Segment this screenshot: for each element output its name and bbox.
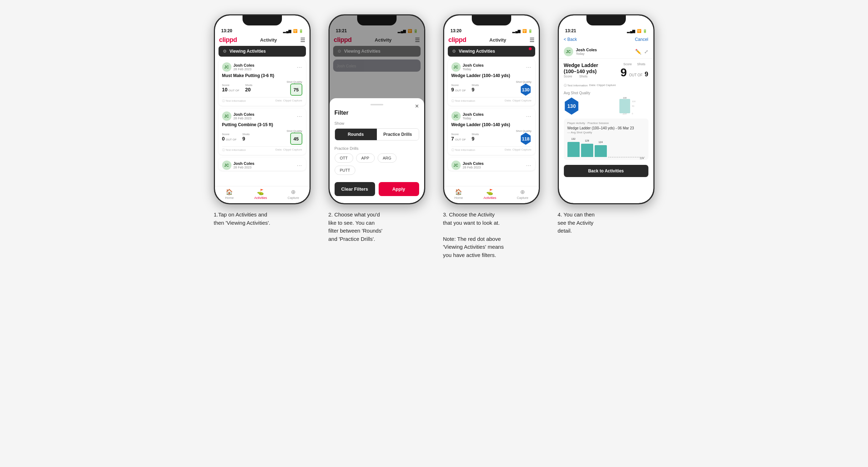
logo-3: clippd	[449, 36, 466, 44]
mini-chart-4: 130 100 50 0 APP	[583, 97, 648, 115]
svg-text:50: 50	[632, 105, 634, 107]
phone-1-screen: 13:20 ▂▄▆ 🛜 🔋 clippd Activity ☰	[215, 15, 310, 203]
expand-icon-4[interactable]: ⤢	[644, 49, 648, 54]
phone-3-frame: 13:20 ▂▄▆ 🛜 🔋 clippd Activity ☰	[443, 14, 540, 204]
more-icon-1-3[interactable]: ···	[297, 162, 302, 168]
bar-val-1-4: 132	[571, 138, 576, 140]
phone-4-notch	[586, 15, 626, 25]
more-icon-3-2[interactable]: ···	[526, 113, 532, 119]
activity-bar-label-3: Viewing Activities	[459, 49, 495, 54]
filter-title-2: Filter	[335, 110, 419, 116]
hamburger-icon-3[interactable]: ☰	[529, 37, 534, 43]
detail-score-label-4: Score Shots	[564, 75, 598, 78]
nav-capture-label-1: Capture	[288, 196, 299, 200]
activity-card-1-1[interactable]: JC Josh Coles 28 Feb 2023 ··· Must Make …	[219, 59, 306, 106]
card-user-3-1: JC Josh Coles Today	[451, 62, 484, 72]
activity-card-1-2[interactable]: JC Josh Coles 28 Feb 2023 ··· Putting Co…	[219, 109, 306, 155]
footer-right-1-2: Data: Clippd Capture	[275, 148, 302, 152]
user-name-3-3: Josh Coles	[463, 161, 484, 166]
pa-subtitle-4: Player Activity · Practice Session	[567, 121, 645, 125]
logo-1: clippd	[219, 36, 237, 44]
score-value-3-1: 9	[451, 87, 454, 92]
clear-filters-btn[interactable]: Clear Filters	[335, 182, 375, 196]
detail-user-row-4: JC Josh Coles Today ✏️ ⤢	[559, 45, 653, 59]
chip-app[interactable]: APP	[356, 153, 375, 163]
status-bar-1: 13:20 ▂▄▆ 🛜 🔋	[215, 25, 310, 35]
activity-bar-1[interactable]: ⚙ Viewing Activities	[219, 46, 306, 57]
chip-putt[interactable]: PUTT	[335, 166, 356, 175]
avatar-1-1: JC	[222, 62, 231, 72]
hex-badge-4: 130	[564, 97, 580, 115]
detail-total-4: 9	[644, 71, 648, 78]
phone-3-screen: 13:20 ▂▄▆ 🛜 🔋 clippd Activity ☰	[444, 15, 539, 203]
activities-icon-1: ⛳	[257, 189, 264, 195]
footer-right-3-2: Data: Clippd Capture	[505, 148, 532, 152]
card-footer-3-2: ⓘ Test Information Data: Clippd Capture	[451, 146, 532, 152]
outof-3-2: OUT OF	[455, 138, 466, 141]
activity-card-3-2[interactable]: JC Josh Coles Today ··· Wedge Ladder (10…	[448, 109, 535, 155]
filter-close-btn[interactable]: ✕	[415, 103, 419, 109]
more-icon-1-1[interactable]: ···	[297, 64, 302, 70]
filter-buttons-2: Clear Filters Apply	[335, 182, 419, 196]
back-btn-4[interactable]: < Back	[564, 37, 577, 42]
avatar-1-2: JC	[222, 111, 231, 121]
phone-3-col: 13:20 ▂▄▆ 🛜 🔋 clippd Activity ☰	[440, 14, 543, 259]
outof-1-2: OUT OF	[226, 138, 236, 141]
chip-arg[interactable]: ARG	[378, 153, 397, 163]
player-activity-section-4: Player Activity · Practice Session Wedge…	[564, 119, 648, 160]
shots-value-1-2: 9	[242, 136, 245, 142]
phone-2-col: 13:21 ▂▄▆ 🛜 🔋 clippd Activity ☰	[325, 14, 429, 243]
shot-quality-3-1: 130	[520, 84, 532, 96]
nav-capture-1[interactable]: ⊕ Capture	[288, 189, 299, 200]
filter-sheet-2: ✕ Filter Show Rounds Practice Drills Pra…	[330, 98, 424, 203]
card-footer-3-1: ⓘ Test Information Data: Clippd Capture	[451, 97, 532, 103]
more-icon-1-2[interactable]: ···	[297, 113, 302, 119]
nav-home-3[interactable]: 🏠 Home	[454, 189, 463, 200]
shots-label-3-1: Shots	[471, 84, 479, 87]
pa-drill-sub-4: --- Avg Shot Quality	[567, 131, 645, 134]
user-date-3-1: Today	[463, 67, 484, 71]
shot-quality-1-2: 45	[290, 133, 302, 145]
phone-1-col: 13:20 ▂▄▆ 🛜 🔋 clippd Activity ☰	[210, 14, 314, 227]
home-icon-3: 🏠	[455, 189, 462, 195]
apply-btn[interactable]: Apply	[379, 182, 419, 196]
hamburger-icon-1[interactable]: ☰	[300, 37, 305, 43]
score-label-3-2: Score	[451, 133, 466, 136]
nav-home-1[interactable]: 🏠 Home	[225, 189, 234, 200]
avatar-3-2: JC	[451, 111, 461, 121]
chip-ott[interactable]: OTT	[335, 153, 353, 163]
svg-text:0: 0	[632, 113, 633, 115]
bar-val-2-4: 129	[585, 139, 589, 142]
user-name-1-2: Josh Coles	[234, 112, 255, 116]
svg-rect-0	[619, 99, 630, 113]
shot-quality-1-1: 75	[290, 84, 302, 96]
outof-3-1: OUT OF	[455, 89, 466, 92]
more-icon-3-3[interactable]: ···	[526, 162, 532, 168]
avatar-3-1: JC	[451, 62, 461, 72]
toggle-rounds[interactable]: Rounds	[335, 129, 377, 140]
edit-icon-4[interactable]: ✏️	[635, 49, 641, 54]
signal-icon-4: ▂▄▆	[627, 29, 635, 33]
back-activities-btn-4[interactable]: Back to Activities	[564, 165, 648, 177]
show-label-2: Show	[335, 121, 419, 125]
score-label-3-1: Score	[451, 84, 466, 87]
phone-1-frame: 13:20 ▂▄▆ 🛜 🔋 clippd Activity ☰	[214, 14, 311, 204]
activity-bar-icon-1: ⚙	[223, 49, 227, 54]
bottom-nav-3: 🏠 Home ⛳ Activities ⊕ Capture	[444, 186, 539, 203]
score-value-1-1: 10	[222, 87, 228, 92]
detail-out-of-4: OUT OF	[629, 73, 643, 77]
cancel-btn-4[interactable]: Cancel	[635, 37, 648, 42]
wifi-icon-3: 🛜	[522, 29, 527, 33]
activity-card-3-1[interactable]: JC Josh Coles Today ··· Wedge Ladder (10…	[448, 59, 535, 106]
nav-activities-1[interactable]: ⛳ Activities	[254, 189, 267, 200]
header-title-1: Activity	[260, 37, 277, 43]
activity-bar-3[interactable]: ⚙ Viewing Activities	[448, 46, 535, 57]
bottom-nav-1: 🏠 Home ⛳ Activities ⊕ Capture	[215, 186, 310, 203]
pa-drill-4: Wedge Ladder (100–140 yds) - 06 Mar 23	[567, 126, 645, 130]
bar-val-3-4: 124	[599, 141, 603, 143]
toggle-practice-drills[interactable]: Practice Drills	[377, 129, 419, 140]
more-icon-3-1[interactable]: ···	[526, 64, 532, 70]
signal-icon-3: ▂▄▆	[512, 29, 521, 33]
nav-activities-3[interactable]: ⛳ Activities	[484, 189, 497, 200]
nav-capture-3[interactable]: ⊕ Capture	[517, 189, 528, 200]
